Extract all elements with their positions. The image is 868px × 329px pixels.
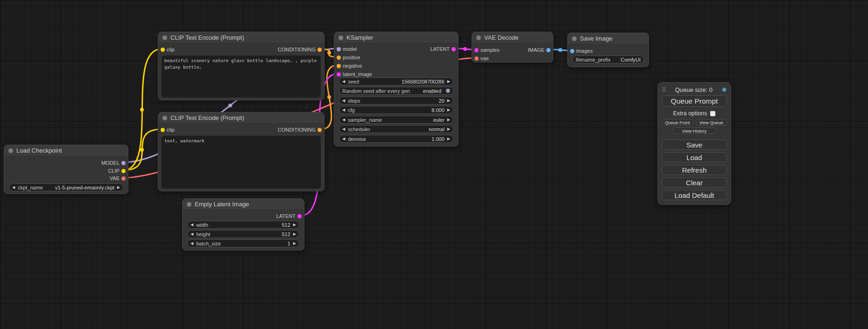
node-collapse-dot[interactable] — [572, 36, 577, 41]
node-clip-text-encode-positive[interactable]: CLIP Text Encode (Prompt) clip CONDITION… — [158, 32, 325, 100]
output-slot-conditioning[interactable]: CONDITIONING — [278, 126, 322, 133]
node-load-checkpoint[interactable]: Load Checkpoint MODEL CLIP VAE ◀ ckpt_na… — [4, 145, 128, 194]
input-slot-positive[interactable]: positive — [337, 54, 360, 61]
node-collapse-dot[interactable] — [476, 35, 481, 40]
view-queue-button[interactable]: View Queue — [696, 119, 727, 126]
output-slot-latent[interactable]: LATENT — [276, 212, 302, 220]
decrement-arrow-icon[interactable]: ◀ — [342, 127, 345, 131]
load-button[interactable]: Load — [662, 152, 727, 162]
seed-widget[interactable]: ◀ seed 156680208700286 ▶ — [339, 77, 453, 85]
samples-input-dot[interactable] — [474, 48, 479, 52]
clip-input-dot[interactable] — [161, 128, 165, 132]
negative-input-dot[interactable] — [337, 64, 341, 68]
image-output-dot[interactable] — [546, 48, 550, 52]
clip-output-dot[interactable] — [121, 169, 126, 173]
decrement-arrow-icon[interactable]: ◀ — [191, 223, 193, 227]
input-slot-latent-image[interactable]: latent_image — [337, 70, 372, 78]
node-title-bar[interactable]: Load Checkpoint — [4, 145, 128, 156]
increment-arrow-icon[interactable]: ▶ — [447, 80, 450, 84]
node-vae-decode[interactable]: VAE Decode samples vae IMAGE — [472, 32, 553, 63]
latent-output-dot[interactable] — [452, 47, 456, 51]
cfg-widget[interactable]: ◀ cfg 8.000 ▶ — [339, 106, 453, 114]
node-title-bar[interactable]: CLIP Text Encode (Prompt) — [158, 32, 324, 43]
input-slot-negative[interactable]: negative — [337, 62, 362, 70]
latent-image-input-dot[interactable] — [337, 72, 341, 77]
node-collapse-dot[interactable] — [162, 116, 167, 120]
decrement-arrow-icon[interactable]: ◀ — [342, 108, 345, 112]
denoise-widget[interactable]: ◀ denoise 1.000 ▶ — [339, 135, 453, 143]
positive-input-dot[interactable] — [337, 56, 341, 60]
settings-gear-icon[interactable]: ✱ — [722, 86, 727, 93]
width-widget[interactable]: ◀ width 512 ▶ — [187, 221, 299, 229]
vae-input-dot[interactable] — [474, 56, 479, 61]
node-collapse-dot[interactable] — [162, 35, 167, 40]
model-output-dot[interactable] — [121, 161, 126, 165]
node-title-bar[interactable]: KSampler — [334, 32, 458, 43]
node-title-bar[interactable]: Save Image — [568, 33, 649, 44]
node-empty-latent-image[interactable]: Empty Latent Image LATENT ◀ width 512 ▶ … — [182, 198, 304, 251]
sampler-name-widget[interactable]: ◀ sampler_name euler ▶ — [339, 116, 453, 124]
output-slot-conditioning[interactable]: CONDITIONING — [278, 46, 322, 53]
queue-front-button[interactable]: Queue Front — [662, 119, 693, 126]
drag-handle-icon[interactable]: ⠿ — [662, 86, 666, 93]
model-input-dot[interactable] — [337, 47, 341, 51]
output-slot-image[interactable]: IMAGE — [528, 46, 550, 54]
decrement-arrow-icon[interactable]: ◀ — [342, 118, 345, 122]
decrement-arrow-icon[interactable]: ◀ — [12, 186, 15, 189]
increment-arrow-icon[interactable]: ▶ — [293, 232, 296, 236]
increment-arrow-icon[interactable]: ▶ — [447, 118, 450, 122]
ckpt-name-widget[interactable]: ◀ ckpt_name v1-5-pruned-emaonly.ckpt ▶ — [9, 183, 123, 191]
random-seed-toggle-widget[interactable]: Random seed after every gen enabled — [339, 87, 453, 95]
latent-output-dot[interactable] — [297, 214, 302, 218]
node-ksampler[interactable]: KSampler model positive negative latent_… — [334, 32, 459, 147]
decrement-arrow-icon[interactable]: ◀ — [342, 137, 345, 141]
node-collapse-dot[interactable] — [8, 148, 13, 153]
node-collapse-dot[interactable] — [339, 35, 343, 40]
extra-options-checkbox[interactable] — [710, 111, 715, 116]
height-widget[interactable]: ◀ height 512 ▶ — [187, 230, 299, 238]
positive-prompt-textarea[interactable]: beautiful scenery nature glass bottle la… — [162, 56, 321, 98]
view-history-button[interactable]: View History — [672, 127, 717, 134]
increment-arrow-icon[interactable]: ▶ — [447, 99, 450, 103]
save-button[interactable]: Save — [662, 140, 727, 150]
input-slot-model[interactable]: model — [337, 45, 357, 53]
node-collapse-dot[interactable] — [187, 202, 191, 207]
input-slot-clip[interactable]: clip — [161, 46, 175, 53]
images-input-dot[interactable] — [570, 49, 574, 53]
increment-arrow-icon[interactable]: ▶ — [293, 242, 296, 245]
scheduler-widget[interactable]: ◀ scheduler normal ▶ — [339, 125, 453, 133]
load-default-button[interactable]: Load Default — [662, 190, 727, 200]
vae-output-dot[interactable] — [121, 176, 126, 181]
decrement-arrow-icon[interactable]: ◀ — [191, 232, 193, 236]
input-slot-vae[interactable]: vae — [474, 55, 489, 62]
output-slot-vae[interactable]: VAE — [110, 175, 126, 182]
node-title-bar[interactable]: CLIP Text Encode (Prompt) — [158, 112, 324, 124]
input-slot-samples[interactable]: samples — [474, 46, 500, 54]
toggle-indicator[interactable] — [446, 89, 450, 93]
clip-input-dot[interactable] — [161, 48, 165, 52]
refresh-button[interactable]: Refresh — [662, 165, 727, 175]
output-slot-model[interactable]: MODEL — [101, 159, 126, 167]
node-title-bar[interactable]: VAE Decode — [472, 32, 553, 43]
output-slot-latent[interactable]: LATENT — [430, 45, 456, 53]
decrement-arrow-icon[interactable]: ◀ — [191, 242, 193, 245]
node-clip-text-encode-negative[interactable]: CLIP Text Encode (Prompt) clip CONDITION… — [158, 112, 325, 191]
steps-widget[interactable]: ◀ steps 20 ▶ — [339, 97, 453, 105]
node-save-image[interactable]: Save Image images filename_prefix ComfyU… — [567, 33, 649, 67]
input-slot-images[interactable]: images — [570, 47, 593, 55]
increment-arrow-icon[interactable]: ▶ — [117, 186, 120, 189]
increment-arrow-icon[interactable]: ▶ — [447, 108, 450, 112]
queue-prompt-button[interactable]: Queue Prompt — [662, 95, 727, 107]
increment-arrow-icon[interactable]: ▶ — [447, 127, 450, 131]
filename-prefix-widget[interactable]: filename_prefix ComfyUI — [572, 56, 644, 63]
increment-arrow-icon[interactable]: ▶ — [447, 137, 450, 141]
batch-size-widget[interactable]: ◀ batch_size 1 ▶ — [187, 239, 299, 247]
node-title-bar[interactable]: Empty Latent Image — [183, 199, 304, 210]
negative-prompt-textarea[interactable]: text, watermark — [162, 136, 321, 189]
conditioning-output-dot[interactable] — [318, 48, 322, 52]
increment-arrow-icon[interactable]: ▶ — [293, 223, 296, 227]
output-slot-clip[interactable]: CLIP — [108, 167, 126, 175]
decrement-arrow-icon[interactable]: ◀ — [342, 99, 345, 103]
conditioning-output-dot[interactable] — [318, 128, 322, 132]
input-slot-clip[interactable]: clip — [161, 126, 175, 133]
